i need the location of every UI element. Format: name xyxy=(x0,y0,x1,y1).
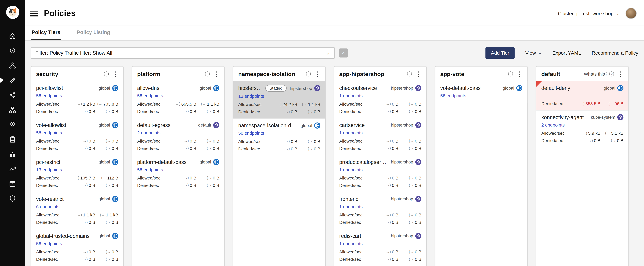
tier-help-link[interactable]: Whats this? ? xyxy=(584,72,614,76)
policy-card[interactable]: redis-cart hipstershop 1 endpoints Allow… xyxy=(334,229,426,266)
sidebar-item-home[interactable] xyxy=(0,28,25,43)
sidebar-item-compliance[interactable] xyxy=(0,132,25,147)
ingress-icon: →) xyxy=(386,257,391,262)
policy-card[interactable]: pci-restrict global 13 endpoints Allowed… xyxy=(31,155,123,192)
policy-card-header: hipstershop-gh... Staged hipstershop xyxy=(238,85,320,92)
tier-menu-button[interactable]: ⋮ xyxy=(414,70,422,78)
policy-card[interactable]: konnectivity-agent kube-system 2 endpoin… xyxy=(536,110,628,147)
cluster-selector[interactable]: Cluster: jlt-msft-workshop ⌄ xyxy=(558,10,620,16)
tier-help-link[interactable] xyxy=(406,72,412,76)
endpoints-link[interactable]: 2 endpoints xyxy=(137,130,160,135)
traffic-row: Denied/sec →) 0 B (→ 0 B xyxy=(137,109,219,114)
traffic-row: Denied/sec →) 0 B (→ 0 B xyxy=(339,220,422,224)
endpoints-link[interactable]: 13 endpoints xyxy=(238,94,264,98)
policy-name: frontend xyxy=(339,196,358,202)
policy-card[interactable]: vote-restrict global 6 endpoints Allowed… xyxy=(31,192,123,229)
policy-card-header: vote-restrict global xyxy=(36,196,118,202)
egress-value: 0 B xyxy=(112,256,118,262)
tab-policy-tiers[interactable]: Policy Tiers xyxy=(31,27,61,40)
endpoints-link[interactable]: 56 endpoints xyxy=(137,167,163,172)
policy-card[interactable]: checkoutservice hipstershop 1 endpoints … xyxy=(334,81,426,118)
tier-menu-button[interactable]: ⋮ xyxy=(616,70,624,78)
egress-icon: (→ xyxy=(100,212,105,217)
tier-menu-button[interactable]: ⋮ xyxy=(314,70,321,78)
endpoints-link[interactable]: 1 endpoints xyxy=(339,241,363,246)
ingress-icon: →) xyxy=(582,131,587,135)
policy-card[interactable]: allow-dns global 56 endpoints Allowed/se… xyxy=(132,81,224,118)
endpoints-link[interactable]: 13 endpoints xyxy=(36,167,62,172)
policy-card-header: frontend hipstershop xyxy=(339,196,422,202)
traffic-rows: Allowed/sec →) 24.2 kB (→ 1.1 kB Denied/… xyxy=(238,102,320,114)
policy-card[interactable]: pci-allowlist global 56 endpoints Allowe… xyxy=(31,81,123,118)
egress-value: 112 B xyxy=(107,175,118,180)
user-avatar[interactable] xyxy=(626,8,636,19)
tier-menu-button[interactable]: ⋮ xyxy=(212,70,220,78)
policy-scope-label: hipstershop xyxy=(391,160,413,164)
sidebar-item-cluster-overview[interactable] xyxy=(0,43,25,58)
egress-icon: (→ xyxy=(605,131,610,135)
egress-value: 96 B xyxy=(614,101,623,106)
traffic-rows: Allowed/sec →) 5.9 kB (→ 5.1 kB Denied/s… xyxy=(541,130,624,143)
endpoints-link[interactable]: 56 endpoints xyxy=(137,93,163,98)
endpoints-link[interactable]: 1 endpoints xyxy=(339,130,363,135)
sidebar-item-activity[interactable] xyxy=(0,162,25,176)
endpoints-link[interactable]: 56 endpoints xyxy=(36,130,62,135)
tier-help-link[interactable] xyxy=(506,72,513,76)
policy-name: allow-dns xyxy=(137,85,159,91)
traffic-row: Denied/sec →) 0 B (→ 0 B xyxy=(339,109,422,114)
policy-card-header: namespace-isolation-default-p... global xyxy=(238,122,320,128)
policy-card[interactable]: default-egress default 2 endpoints Allow… xyxy=(132,118,224,155)
sidebar-item-service-graph[interactable] xyxy=(0,58,25,73)
sidebar-item-policies[interactable] xyxy=(0,73,25,88)
egress-icon: (→ xyxy=(101,176,106,180)
policy-card-header: default-deny global xyxy=(541,85,624,91)
egress-value: 1.1 kB xyxy=(207,102,219,106)
policy-traffic-filter-select[interactable]: Filter: Policy Traffic filter: Show All … xyxy=(31,47,335,59)
sidebar-item-threat-defense[interactable] xyxy=(0,191,25,206)
tab-policy-listing[interactable]: Policy Listing xyxy=(76,27,111,40)
endpoints-link[interactable]: 1 endpoints xyxy=(339,93,363,98)
policy-card[interactable]: namespace-isolation-default-p... global … xyxy=(233,118,326,155)
policy-card[interactable]: productcatalogservice hipstershop 1 endp… xyxy=(334,155,426,192)
view-menu-button[interactable]: View ⌄ xyxy=(525,50,542,56)
policy-card[interactable]: vote-default-pass global 56 endpoints xyxy=(436,81,528,103)
policy-card[interactable]: cartservice hipstershop 1 endpoints Allo… xyxy=(334,118,426,155)
policy-card[interactable]: frontend hipstershop 1 endpoints Allowed… xyxy=(334,192,426,229)
policy-name: namespace-isolation-default-p... xyxy=(238,122,297,128)
export-yaml-button[interactable]: Export YAML xyxy=(552,50,581,56)
policy-card[interactable]: hipstershop-gh... Staged hipstershop 13 … xyxy=(233,81,326,118)
tier-menu-button[interactable]: ⋮ xyxy=(111,70,119,78)
sidebar-item-network-sets[interactable] xyxy=(0,117,25,132)
endpoints-link[interactable]: 1 endpoints xyxy=(339,167,363,172)
tier-help-link[interactable] xyxy=(203,72,210,76)
policy-card[interactable]: default-deny global Denied/sec →) 353.5 … xyxy=(536,81,628,110)
endpoints-link[interactable]: 56 endpoints xyxy=(36,241,62,246)
policy-card-header: vote-allowlist global xyxy=(36,122,118,128)
clear-filter-button[interactable]: × xyxy=(339,48,348,58)
sidebar-item-image-assurance[interactable] xyxy=(0,176,25,191)
policy-scope-label: global xyxy=(98,122,110,128)
endpoints-link[interactable]: 56 endpoints xyxy=(36,93,62,98)
egress-icon: (→ xyxy=(207,176,212,180)
hamburger-menu-icon[interactable] xyxy=(30,10,38,16)
tier-help-link[interactable] xyxy=(102,72,109,76)
policy-card[interactable]: vote-allowlist global 56 endpoints Allow… xyxy=(31,118,123,155)
sidebar-item-workloads[interactable] xyxy=(0,102,25,117)
policy-card[interactable]: platform-default-pass global 56 endpoint… xyxy=(132,155,224,192)
tier-help-link[interactable] xyxy=(304,72,311,76)
service-graph-icon xyxy=(8,62,16,69)
policy-scope-label: global xyxy=(300,123,312,128)
endpoints-link[interactable]: 1 endpoints xyxy=(339,204,363,209)
endpoints-link[interactable]: 56 endpoints xyxy=(440,93,466,98)
endpoints-link[interactable]: 6 endpoints xyxy=(36,204,60,209)
endpoints-link[interactable]: 2 endpoints xyxy=(541,122,565,127)
tier-header: platform ⋮ xyxy=(132,66,224,81)
tier-menu-button[interactable]: ⋮ xyxy=(516,70,523,78)
policy-card[interactable]: global-trusted-domains global 56 endpoin… xyxy=(31,229,123,266)
sidebar-item-dashboards[interactable] xyxy=(0,147,25,162)
filter-value: Filter: Policy Traffic filter: Show All xyxy=(35,50,112,56)
sidebar-item-nodes[interactable] xyxy=(0,88,25,102)
add-tier-button[interactable]: Add Tier xyxy=(486,47,515,59)
recommend-policy-button[interactable]: Recommend a Policy xyxy=(592,50,638,56)
endpoints-link[interactable]: 56 endpoints xyxy=(238,130,264,136)
